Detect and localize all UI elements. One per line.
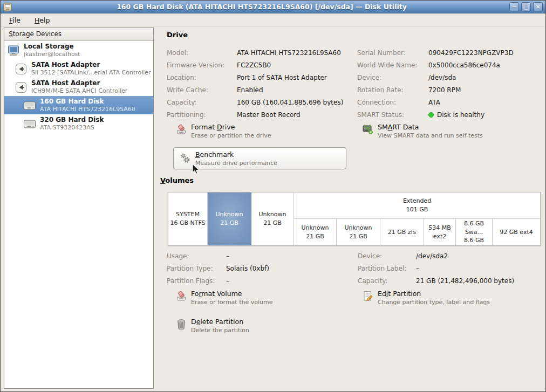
sata-adapter-icon: [14, 80, 28, 94]
detail-value: 160 GB (160,041,885,696 bytes): [237, 99, 343, 106]
device-subtitle: jkastner@localhost: [24, 51, 80, 58]
computer-icon: [6, 44, 21, 58]
storage-devices-panel: Storage Devices Local Storage jkastner@l…: [4, 27, 154, 389]
app-drive-icon: [3, 3, 12, 11]
device-subtitle: ATA ST9320423AS: [40, 124, 104, 132]
detail-value: 7200 RPM: [428, 86, 461, 94]
sidebar-item-sata-adapter-2[interactable]: SATA Host Adapter ICH9M/M-E SATA AHCI Co…: [4, 78, 153, 96]
detail-label: Capacity:: [358, 277, 416, 285]
partition-extended: Extended101 GB Unknown21 GB Unknown21 GB…: [294, 192, 540, 245]
detail-value: Port 1 of SATA Host Adapter: [237, 74, 327, 81]
detail-label: Device:: [357, 74, 428, 81]
smart-status-label: SMART Status:: [357, 111, 428, 119]
detail-value: /dev/sda: [428, 74, 456, 81]
sidebar-item-160gb-disk[interactable]: 160 GB Hard Disk ATA HITACHI HTS723216L9…: [4, 96, 153, 114]
partition-sda3[interactable]: Unknown21 GB: [251, 192, 294, 245]
detail-label: Serial Number:: [357, 49, 428, 57]
detail-label: Partitioning:: [167, 111, 237, 119]
detail-value: Solaris (0xbf): [226, 265, 269, 272]
detail-label: Firmware Version:: [167, 61, 237, 69]
titlebar[interactable]: 160 GB Hard Disk (ATA HITACHI HTS723216L…: [1, 1, 545, 13]
drive-heading: Drive: [167, 31, 188, 39]
partition-logical-1[interactable]: Unknown21 GB: [294, 219, 337, 245]
action-subtitle: Measure drive performance: [195, 160, 277, 167]
menu-help[interactable]: Help: [30, 15, 54, 26]
detail-value: Enabled: [237, 86, 263, 94]
detail-label: Model:: [167, 49, 237, 57]
detail-value: Master Boot Record: [237, 111, 301, 119]
partition-logical-3[interactable]: 21 GB zfs: [380, 219, 424, 245]
device-title: Local Storage: [24, 43, 80, 51]
detail-value: 0x5000cca586ce074a: [428, 61, 500, 69]
format-drive-button[interactable]: Format Drive Erase or partition the driv…: [175, 123, 271, 139]
detail-label: World Wide Name:: [357, 61, 428, 69]
partition-sda1[interactable]: SYSTEM16 GB NTFS: [168, 192, 208, 245]
action-subtitle: Change partition type, label and flags: [378, 299, 490, 306]
detail-value: /dev/sda2: [416, 252, 448, 260]
device-title: 320 GB Hard Disk: [40, 116, 104, 124]
detail-value: FC2ZC5B0: [237, 61, 271, 69]
detail-label: Usage:: [167, 252, 226, 260]
partition-logical-2[interactable]: Unknown21 GB: [337, 219, 380, 245]
sidebar-item-sata-adapter-1[interactable]: SATA Host Adapter Sil 3512 [SATALink/...…: [4, 59, 153, 78]
trash-icon: [175, 318, 187, 330]
window-title: 160 GB Hard Disk (ATA HITACHI HTS723216L…: [14, 3, 509, 11]
device-subtitle: Sil 3512 [SATALink/...erial ATA Controll…: [31, 69, 151, 77]
disk-utility-window: 160 GB Hard Disk (ATA HITACHI HTS723216L…: [0, 0, 546, 392]
device-title: SATA Host Adapter: [31, 61, 151, 69]
benchmark-button[interactable]: Benchmark Measure drive performance: [173, 147, 346, 169]
partition-logical-6[interactable]: 92 GB ext4: [493, 219, 540, 245]
maximize-button[interactable]: □: [521, 2, 531, 11]
sata-adapter-icon: [14, 62, 28, 76]
healthy-dot-icon: [428, 112, 434, 118]
minimize-button[interactable]: −: [509, 2, 519, 11]
device-title: 160 GB Hard Disk: [40, 98, 135, 106]
device-title: SATA Host Adapter: [31, 79, 127, 87]
detail-label: Rotation Rate:: [357, 86, 428, 94]
sidebar-item-320gb-disk[interactable]: 320 GB Hard Disk ATA ST9320423AS: [4, 114, 153, 133]
detail-value: ATA HITACHI HTS723216L9SA60: [237, 49, 341, 57]
detail-label: Capacity:: [167, 99, 237, 106]
detail-value: –: [416, 265, 419, 272]
edit-pencil-icon: [362, 290, 374, 302]
detail-label: Partition Flags:: [167, 277, 226, 285]
menubar: File Help: [1, 13, 545, 27]
gears-icon: [180, 153, 192, 164]
detail-value: –: [226, 277, 229, 285]
eraser-icon: [175, 123, 187, 135]
sidebar-item-local-storage[interactable]: Local Storage jkastner@localhost: [4, 41, 153, 59]
action-subtitle: Erase or format the volume: [191, 299, 272, 306]
action-subtitle: View SMART data and run self-tests: [378, 132, 483, 139]
detail-value: 21 GB (21,482,496,000 bytes): [416, 277, 514, 285]
detail-value: 090429FC1223NPGZVP3D: [428, 49, 514, 57]
partition-logical-4[interactable]: 534 MB ext2: [424, 219, 456, 245]
detail-label: Partition Label:: [358, 265, 416, 272]
harddisk-icon: [23, 117, 37, 131]
device-subtitle: ICH9M/M-E SATA AHCI Controller: [31, 87, 127, 95]
partition-sda2-selected[interactable]: Unknown21 GB: [208, 192, 251, 245]
eraser-icon: [175, 290, 187, 302]
smart-status-value: Disk is healthy: [428, 111, 484, 119]
smart-stethoscope-icon: [362, 123, 374, 135]
smart-data-button[interactable]: SMART Data View SMART data and run self-…: [362, 123, 483, 139]
format-volume-button[interactable]: Format Volume Erase or format the volume: [175, 290, 272, 306]
menu-file[interactable]: File: [5, 15, 25, 26]
partition-logical-5[interactable]: 8.6 GB Swa...8.6 GB: [456, 219, 493, 245]
harddisk-icon: [23, 99, 37, 113]
edit-partition-button[interactable]: Edit Partition Change partition type, la…: [362, 290, 490, 306]
partition-extended-header[interactable]: Extended101 GB: [294, 192, 540, 219]
detail-label: Device:: [358, 252, 416, 260]
detail-label: Write Cache:: [167, 86, 237, 94]
close-button[interactable]: ×: [533, 2, 543, 11]
storage-devices-header[interactable]: Storage Devices: [4, 28, 153, 41]
device-subtitle: ATA HITACHI HTS723216L9SA60: [40, 106, 135, 113]
detail-label: Partition Type:: [167, 265, 226, 272]
drive-pane: Drive Model:ATA HITACHI HTS723216L9SA60 …: [154, 27, 543, 389]
delete-partition-button[interactable]: Delete Partition Delete the partition: [175, 318, 249, 334]
action-subtitle: Erase or partition the drive: [191, 132, 271, 139]
action-subtitle: Delete the partition: [191, 327, 249, 334]
detail-label: Location:: [167, 74, 237, 81]
volumes-map: SYSTEM16 GB NTFS Unknown21 GB Unknown21 …: [168, 192, 541, 246]
detail-value: –: [226, 252, 229, 260]
detail-label: Connection:: [357, 99, 428, 106]
